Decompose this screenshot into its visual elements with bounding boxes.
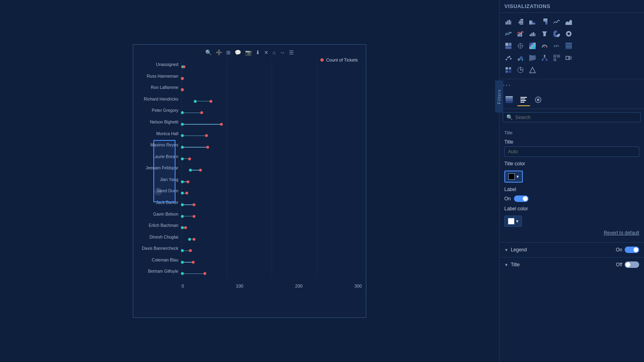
- home-icon[interactable]: ⌂: [271, 49, 277, 56]
- svg-rect-14: [545, 21, 547, 23]
- dot-teal: [181, 272, 184, 275]
- viz-icon-scatter[interactable]: [503, 28, 514, 39]
- label-color-dropdown-icon: ▾: [516, 218, 518, 224]
- dot-teal: [181, 215, 184, 218]
- viz-icon-matrix[interactable]: [563, 40, 574, 51]
- svg-marker-78: [530, 67, 535, 73]
- dot-teal: [181, 192, 184, 195]
- viz-icon-bar2[interactable]: [515, 16, 526, 27]
- dumbbell-row: [182, 142, 362, 153]
- viz-icon-gauge[interactable]: [539, 40, 550, 51]
- camera-icon[interactable]: 📷: [244, 49, 253, 56]
- section-icon-analytics[interactable]: [532, 93, 545, 106]
- dumbbell-row: [182, 84, 362, 96]
- viz-icon-bar[interactable]: [503, 16, 514, 27]
- svg-line-62: [545, 57, 547, 60]
- dumbbell-row: [182, 245, 362, 257]
- viz-icon-bar3[interactable]: [527, 16, 538, 27]
- title-color-button[interactable]: ▾: [504, 171, 523, 183]
- viz-icon-pie[interactable]: [551, 28, 562, 39]
- menu-icon[interactable]: ☰: [288, 49, 295, 56]
- label-color-button[interactable]: ▾: [504, 216, 522, 227]
- viz-icon-qr[interactable]: [551, 52, 562, 64]
- legend-title: Legend: [511, 247, 527, 253]
- title-bottom-toggle[interactable]: [625, 261, 639, 268]
- label-toggle[interactable]: [514, 195, 528, 202]
- arrow-icon[interactable]: ↔: [279, 49, 286, 56]
- dumbbell-row: [182, 95, 362, 107]
- y-label: Dinesh Chugtai: [149, 232, 178, 241]
- section-icon-format[interactable]: [517, 93, 530, 106]
- viz-icon-bubble[interactable]: [515, 52, 526, 64]
- grid-line-4: [362, 59, 362, 277]
- title-bottom-toggle-thumb: [625, 262, 630, 267]
- legend-toggle[interactable]: [625, 247, 639, 253]
- viz-icon-heatmap[interactable]: [527, 40, 538, 51]
- viz-icon-map[interactable]: [515, 40, 526, 51]
- viz-icon-funnel[interactable]: [539, 28, 550, 39]
- dot-teal: [181, 123, 184, 125]
- filters-label: Filters: [497, 89, 502, 104]
- svg-rect-0: [506, 22, 507, 25]
- legend-collapsible[interactable]: ▼ Legend On: [500, 242, 644, 257]
- dot-red: [192, 261, 195, 263]
- svg-point-54: [509, 56, 510, 58]
- dot-red: [189, 249, 192, 252]
- title-color-label: Title color: [504, 161, 639, 167]
- viz-icon-custom3[interactable]: [527, 64, 538, 76]
- svg-rect-31: [505, 43, 509, 46]
- svg-rect-45: [533, 47, 536, 49]
- viz-icon-treemap[interactable]: [503, 40, 514, 51]
- dumbbell-line: [182, 136, 206, 136]
- svg-point-56: [518, 58, 520, 61]
- y-label: Davis Bannercheck: [142, 244, 178, 253]
- dot-teal: [194, 100, 196, 103]
- zoom-icon[interactable]: 🔍: [204, 49, 213, 56]
- svg-rect-86: [520, 102, 524, 103]
- viz-icon-custom2[interactable]: [515, 64, 526, 76]
- section-icons: [500, 91, 644, 109]
- search-box[interactable]: 🔍: [503, 112, 641, 122]
- viz-icon-area[interactable]: [563, 16, 574, 27]
- viz-icon-scatter2[interactable]: [503, 52, 514, 64]
- download-icon[interactable]: ⬇: [254, 49, 261, 56]
- viz-icon-custom1[interactable]: [503, 64, 514, 76]
- svg-rect-51: [566, 47, 572, 49]
- viz-icon-kpi[interactable]: KPI: [551, 40, 562, 51]
- svg-rect-66: [554, 56, 555, 56]
- revert-button[interactable]: Revert to default: [504, 227, 639, 239]
- dot-red: [186, 180, 189, 183]
- svg-rect-79: [506, 96, 513, 98]
- legend-right: On: [616, 247, 639, 253]
- svg-rect-84: [520, 99, 525, 99]
- comment-icon[interactable]: 💬: [233, 49, 242, 56]
- section-icon-table[interactable]: [503, 93, 516, 106]
- title-section-header: Title: [504, 130, 639, 135]
- title-bottom-toggle-text: Off: [616, 262, 622, 267]
- viz-icon-donut[interactable]: [563, 28, 574, 39]
- search-input[interactable]: [515, 115, 637, 120]
- dot-teal: [181, 146, 184, 149]
- svg-rect-48: [566, 43, 572, 44]
- viz-icon-line[interactable]: [551, 16, 562, 27]
- title-bottom-collapsible[interactable]: ▼ Title Off: [500, 257, 644, 272]
- grid-icon[interactable]: ⊞: [225, 49, 232, 56]
- cross-icon[interactable]: ✕: [263, 49, 270, 56]
- add-icon[interactable]: ➕: [215, 49, 223, 56]
- dumbbell-row: [182, 107, 362, 119]
- viz-icon-ribbon[interactable]: [527, 52, 538, 64]
- x-axis-labels: 0100200300: [182, 284, 362, 288]
- chart-toolbar: 🔍 ➕ ⊞ 💬 📷 ⬇ ✕ ⌂ ↔ ☰: [137, 49, 362, 56]
- viz-icon-decomp[interactable]: [539, 52, 550, 64]
- dumbbell-line: [182, 124, 221, 125]
- svg-rect-7: [520, 24, 523, 25]
- title-input[interactable]: [504, 146, 639, 157]
- icon-row-3: KPI: [503, 40, 641, 51]
- viz-icon-combo[interactable]: [515, 28, 526, 39]
- filters-tab[interactable]: Filters: [495, 80, 503, 113]
- viz-icon-bar4[interactable]: [539, 16, 550, 27]
- svg-marker-18: [566, 20, 572, 25]
- viz-icon-waterfall[interactable]: [527, 28, 538, 39]
- viz-icon-shape[interactable]: [563, 52, 574, 64]
- visualizations-title: Visualizations: [504, 3, 550, 9]
